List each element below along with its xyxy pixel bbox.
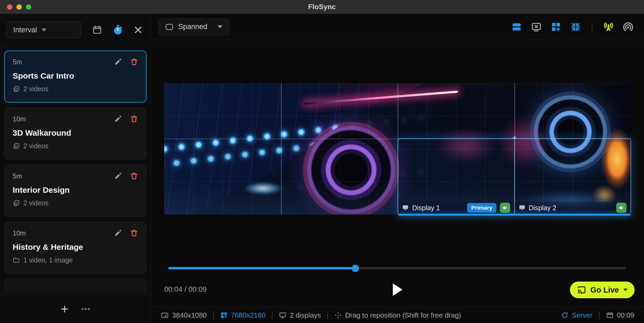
window-controls bbox=[7, 0, 31, 14]
displays-count-item: 2 displays bbox=[279, 311, 321, 320]
playlist-title: Sports Car Intro bbox=[13, 71, 138, 80]
delete-trash-icon[interactable] bbox=[130, 229, 138, 237]
main-toolbar: Spanned bbox=[151, 14, 644, 40]
display-2-label-bar: Display 2 bbox=[515, 202, 631, 214]
edit-pencil-icon[interactable] bbox=[114, 229, 122, 237]
playlist-meta: 2 videos bbox=[23, 142, 48, 150]
audio-speaker-button[interactable] bbox=[500, 203, 510, 213]
display-1-label-bar: Display 1 Primary bbox=[398, 202, 514, 214]
playlist-duration: 5m bbox=[13, 58, 22, 66]
playlist-meta: 2 videos bbox=[23, 199, 48, 207]
sidebar-footer bbox=[0, 294, 151, 323]
edit-pencil-icon[interactable] bbox=[114, 172, 122, 180]
playlist-title: Interior Design bbox=[13, 185, 138, 195]
playlist-meta: 1 video, 1 image bbox=[23, 256, 73, 264]
layout-mode-dropdown[interactable]: Spanned bbox=[159, 19, 229, 35]
drag-hint-item: Drag to reposition (Shift for free drag) bbox=[334, 311, 461, 320]
cast-icon bbox=[577, 285, 586, 294]
schedule-mode-dropdown[interactable]: Interval bbox=[6, 22, 81, 38]
display-name: Display 1 bbox=[412, 204, 440, 212]
broadcast-tower-icon[interactable] bbox=[603, 21, 614, 33]
aspect-ratio-icon bbox=[161, 311, 169, 319]
toolbar-divider bbox=[592, 22, 592, 32]
videos-stack-icon bbox=[13, 142, 20, 150]
playlist-card-sports-car-intro[interactable]: 5m Sports Car Intro 2 videos bbox=[4, 51, 146, 103]
edit-pencil-icon[interactable] bbox=[114, 115, 122, 123]
chevron-down-icon bbox=[623, 289, 628, 291]
status-divider bbox=[272, 311, 272, 319]
chevron-down-icon bbox=[41, 29, 46, 31]
display-group: Display 1 Primary Display 2 bbox=[398, 138, 631, 215]
add-display-grid-icon[interactable] bbox=[550, 21, 562, 33]
playlist-card-partial[interactable] bbox=[4, 279, 146, 293]
delete-trash-icon[interactable] bbox=[130, 115, 138, 123]
stacked-rows-layout-icon[interactable] bbox=[511, 21, 522, 33]
title-bar: FloSync bbox=[0, 0, 644, 14]
seek-slider-fill bbox=[168, 267, 355, 269]
go-live-button[interactable]: Go Live bbox=[570, 282, 635, 298]
sync-icon bbox=[561, 311, 569, 319]
drag-hint-value: Drag to reposition (Shift for free drag) bbox=[345, 311, 461, 320]
schedule-mode-label: Interval bbox=[13, 26, 37, 34]
playlist-title: History & Heritage bbox=[13, 243, 138, 252]
audio-speaker-button[interactable] bbox=[616, 203, 626, 213]
primary-badge: Primary bbox=[467, 203, 496, 213]
content-resolution-item: 3840x1080 bbox=[161, 311, 207, 320]
wall-resolution-item: 7680x2160 bbox=[220, 311, 266, 320]
display-2-region[interactable]: Display 2 bbox=[514, 138, 631, 215]
main-area: Spanned bbox=[151, 14, 644, 323]
go-live-label: Go Live bbox=[590, 286, 619, 294]
delete-trash-icon[interactable] bbox=[130, 172, 138, 180]
status-divider bbox=[599, 311, 600, 319]
move-arrows-icon bbox=[334, 311, 342, 319]
playlist-card-interior-design[interactable]: 5m Interior Design 2 videos bbox=[4, 165, 146, 217]
seek-slider[interactable] bbox=[168, 267, 626, 269]
close-icon[interactable] bbox=[134, 25, 143, 34]
close-window-button[interactable] bbox=[7, 4, 12, 10]
close-display-icon[interactable] bbox=[531, 21, 542, 33]
wall-grid-icon bbox=[220, 311, 228, 319]
airplay-target-icon[interactable] bbox=[622, 21, 634, 33]
server-label: Server bbox=[572, 311, 593, 320]
playback-time: 00:04 / 00:09 bbox=[164, 285, 207, 294]
videos-stack-icon bbox=[13, 85, 20, 93]
server-sync-item[interactable]: Server bbox=[561, 311, 593, 320]
play-button[interactable] bbox=[393, 283, 402, 296]
monitor-icon bbox=[279, 311, 286, 319]
chevron-down-icon bbox=[218, 25, 222, 28]
display-1-region[interactable]: Display 1 Primary bbox=[398, 138, 514, 215]
minimize-window-button[interactable] bbox=[16, 4, 22, 10]
wall-resolution-value: 7680x2160 bbox=[231, 311, 266, 320]
more-options-button[interactable] bbox=[80, 304, 91, 314]
playlist-duration: 5m bbox=[13, 172, 22, 180]
total-duration-item: 00:09 bbox=[606, 311, 634, 320]
playlist-duration: 10m bbox=[13, 229, 26, 237]
folder-icon bbox=[13, 257, 20, 264]
display-name: Display 2 bbox=[529, 204, 556, 212]
add-playlist-button[interactable] bbox=[60, 304, 69, 314]
playlist-card-history-heritage[interactable]: 10m History & Heritage 1 video, 1 image bbox=[4, 222, 146, 274]
videos-stack-icon bbox=[13, 199, 20, 207]
app-shell: Interval bbox=[0, 14, 644, 323]
collapse-arrows-icon[interactable] bbox=[570, 21, 581, 33]
content-resolution-value: 3840x1080 bbox=[172, 311, 207, 320]
layout-mode-label: Spanned bbox=[178, 23, 207, 31]
zoom-window-button[interactable] bbox=[26, 4, 31, 10]
sidebar: Interval bbox=[0, 14, 151, 323]
calendar-icon[interactable] bbox=[92, 25, 102, 35]
seek-slider-thumb[interactable] bbox=[352, 265, 359, 272]
delete-trash-icon[interactable] bbox=[130, 58, 138, 66]
edit-pencil-icon[interactable] bbox=[114, 58, 122, 66]
playlist-list: 5m Sports Car Intro 2 videos 10m bbox=[0, 46, 151, 294]
displays-count-value: 2 displays bbox=[290, 311, 321, 320]
total-duration-value: 00:09 bbox=[617, 311, 634, 320]
playlist-duration: 10m bbox=[13, 115, 26, 123]
timer-icon[interactable] bbox=[113, 24, 123, 35]
display-icon bbox=[519, 205, 525, 211]
status-bar: 3840x1080 7680x2160 2 displays Drag to r… bbox=[151, 307, 644, 323]
playlist-card-3d-walkaround[interactable]: 10m 3D Walkaround 2 videos bbox=[4, 108, 146, 160]
grid-line bbox=[281, 83, 282, 215]
display-icon bbox=[402, 205, 409, 211]
playlist-meta: 2 videos bbox=[23, 85, 48, 93]
playlist-title: 3D Walkaround bbox=[13, 128, 138, 138]
